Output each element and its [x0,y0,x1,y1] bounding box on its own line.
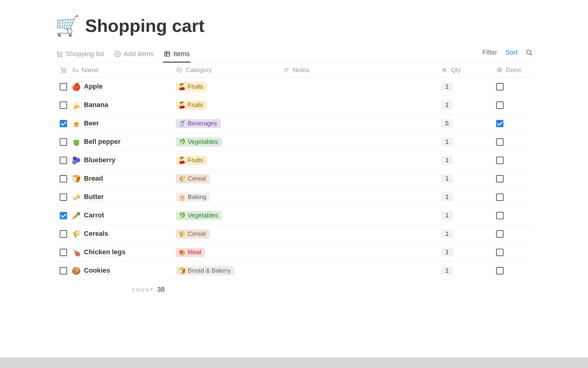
done-checkbox[interactable] [496,249,503,256]
sort-button[interactable]: Sort [505,48,518,56]
table-row[interactable]: 🍪Cookies🍞Bread & Bakery1 [55,262,533,280]
category-tag[interactable]: 🥬Vegetables [176,211,222,220]
qty-value[interactable]: 1 [441,193,453,201]
table-row[interactable]: 🍞Bread🌾Cereal1 [55,170,533,188]
table-row[interactable]: 🍎Apple🍒Fruits1 [55,78,533,96]
item-name[interactable]: 🥕Carrot [72,211,104,220]
category-tag[interactable]: 🍒Fruits [176,82,207,91]
item-name[interactable]: 🍗Chicken legs [72,248,126,257]
category-label: Fruits [188,83,203,90]
text-icon: Aa [72,67,78,73]
item-name-text: Banana [84,101,108,109]
done-checkbox[interactable] [496,83,503,90]
item-name-text: Blueberry [84,156,115,164]
category-tag[interactable]: 🌾Cereal [176,229,209,239]
done-checkbox[interactable] [496,120,503,127]
qty-value[interactable]: 1 [441,266,453,275]
table-row[interactable]: 🍌Banana🍒Fruits1 [55,96,533,114]
row-select-checkbox[interactable] [60,83,67,90]
table-row[interactable]: 🫑Bell pepper🥬Vegetables1 [55,133,533,151]
qty-value[interactable]: 1 [441,101,453,109]
qty-value[interactable]: 1 [441,82,453,91]
tab-items[interactable]: Items [163,47,190,62]
category-tag[interactable]: 🥬Vegetables [176,137,222,147]
column-category[interactable]: Category [186,66,212,74]
item-name-text: Butter [84,193,104,201]
qty-value[interactable]: 1 [441,137,453,146]
category-label: Meat [188,249,201,256]
qty-value[interactable]: 1 [441,248,453,257]
qty-value[interactable]: 5 [441,119,453,128]
row-select-checkbox[interactable] [60,194,67,201]
row-select-checkbox[interactable] [60,175,67,182]
search-icon[interactable] [526,49,533,56]
item-name[interactable]: 🧈Butter [72,193,104,201]
item-name[interactable]: 🫐Blueberry [72,156,115,165]
row-select-checkbox[interactable] [60,120,67,127]
table-footer: COUNT 38 [55,280,533,300]
category-tag[interactable]: 🍞Bread & Bakery [176,266,234,275]
row-select-checkbox[interactable] [60,138,67,146]
table-row[interactable]: 🫐Blueberry🍒Fruits1 [55,151,533,170]
done-checkbox[interactable] [496,138,503,146]
done-checkbox[interactable] [496,175,503,182]
svg-point-0 [58,56,59,57]
page-title[interactable]: Shopping cart [85,15,205,36]
category-emoji: 🥬 [178,138,186,146]
done-checkbox[interactable] [496,212,503,219]
row-select-checkbox[interactable] [60,102,67,109]
category-tag[interactable]: 🌾Cereal [176,174,209,183]
category-tag[interactable]: 🎂Baking [176,193,210,202]
item-name[interactable]: 🍌Banana [72,101,108,109]
column-qty[interactable]: Qty [451,66,461,74]
table-row[interactable]: 🥕Carrot🥬Vegetables1 [55,206,533,225]
svg-rect-5 [165,52,170,56]
row-select-checkbox[interactable] [60,157,67,164]
filter-button[interactable]: Filter [482,48,497,56]
column-done[interactable]: Done [506,66,521,74]
category-tag[interactable]: 🥤Beverages [176,119,221,128]
table-row[interactable]: 🍺Beer🥤Beverages5 [55,114,533,133]
done-checkbox[interactable] [496,102,503,109]
number-icon [441,67,448,73]
table-row[interactable]: 🍗Chicken legs🍖Meat1 [55,243,533,262]
column-name[interactable]: Name [81,66,99,74]
qty-value[interactable]: 1 [441,229,453,238]
plus-circle-icon [114,50,121,58]
tab-shopping-list[interactable]: Shopping list [55,47,105,62]
item-name[interactable]: 🌾Cereals [72,230,108,238]
row-select-checkbox[interactable] [60,249,67,256]
page-icon[interactable]: 🛒 [55,16,80,36]
category-tag[interactable]: 🍒Fruits [176,101,207,110]
tab-label: Shopping list [66,50,104,58]
item-name[interactable]: 🍪Cookies [72,266,110,275]
qty-value[interactable]: 1 [441,174,453,183]
item-emoji: 🧈 [72,193,81,201]
select-icon [176,67,183,73]
svg-point-8 [527,50,531,54]
row-select-checkbox[interactable] [60,267,67,274]
category-label: Fruits [188,102,203,109]
item-name[interactable]: 🍎Apple [72,82,103,91]
category-emoji: 🥤 [178,120,186,127]
qty-value[interactable]: 1 [441,156,453,165]
table-row[interactable]: 🌾Cereals🌾Cereal1 [55,225,533,243]
tab-add-items[interactable]: Add items [113,47,154,62]
category-emoji: 🎂 [178,194,186,201]
item-name[interactable]: 🍞Bread [72,174,103,183]
item-emoji: 🍗 [72,248,81,257]
done-checkbox[interactable] [496,230,503,238]
item-name[interactable]: 🍺Beer [72,119,99,128]
row-select-checkbox[interactable] [60,212,67,219]
column-notes[interactable]: Notes [293,66,310,74]
item-name[interactable]: 🫑Bell pepper [72,138,121,146]
table-row[interactable]: 🧈Butter🎂Baking1 [55,188,533,206]
done-checkbox[interactable] [496,194,503,201]
done-checkbox[interactable] [496,157,503,164]
qty-value[interactable]: 1 [441,211,453,220]
done-checkbox[interactable] [496,267,503,274]
category-label: Beverages [188,120,217,127]
row-select-checkbox[interactable] [60,230,67,238]
category-tag[interactable]: 🍒Fruits [176,156,207,165]
category-tag[interactable]: 🍖Meat [176,248,205,257]
